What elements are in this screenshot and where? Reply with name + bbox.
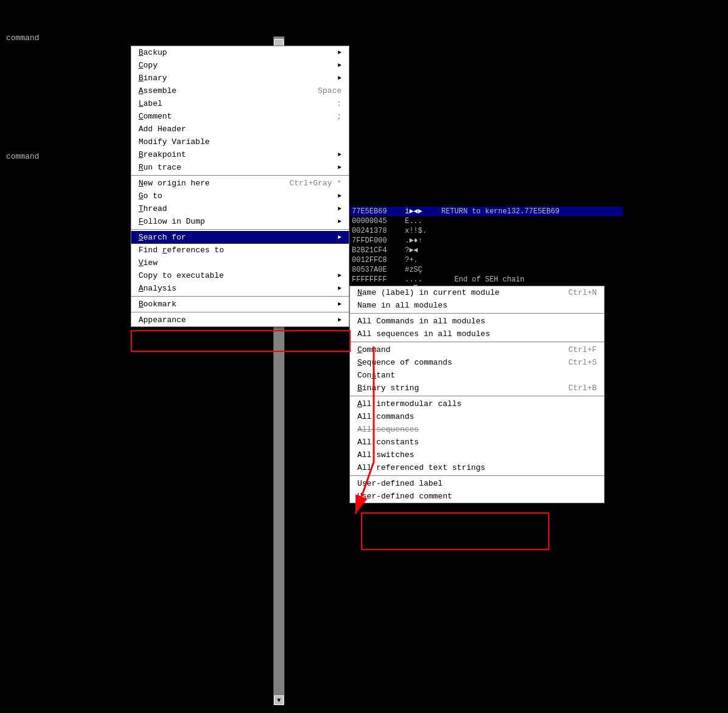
submenu-all-seqs-modules-label: All sequences in all modules xyxy=(357,329,490,339)
menu-item-add-header[interactable]: Add Header xyxy=(131,123,349,136)
menu-item-assemble[interactable]: Assemble Space xyxy=(131,84,349,97)
menu-item-new-origin-shortcut: Ctrl+Gray * xyxy=(289,179,342,188)
submenu-arrow-analysis: ► xyxy=(338,285,342,292)
stack-hex-7: .... xyxy=(400,275,437,284)
menu-item-analysis-label: Analysis xyxy=(139,284,338,293)
submenu-all-constants[interactable]: All constants xyxy=(350,436,604,449)
submenu-all-cmds-modules[interactable]: All Commands in all modules xyxy=(350,315,604,328)
submenu-name-current-shortcut: Ctrl+N xyxy=(568,288,597,297)
stack-row-2[interactable]: 00241378 x!!$. xyxy=(349,226,623,236)
submenu-seq-cmds[interactable]: Sequence of commands Ctrl+S xyxy=(350,356,604,369)
stack-row-4[interactable]: B2B21CF4 ?►◄ xyxy=(349,246,623,255)
stack-row-5[interactable]: 0012FFC8 ?+. xyxy=(349,255,623,265)
sub-sep-4 xyxy=(350,475,604,476)
stack-row-1[interactable]: 00000045 E... xyxy=(349,216,623,226)
submenu-name-all-label: Name in all modules xyxy=(357,301,447,310)
submenu-arrow-go-to: ► xyxy=(338,193,342,199)
submenu-constant[interactable]: Constant xyxy=(350,369,604,382)
submenu-all-intermodular[interactable]: All intermodular calls xyxy=(350,398,604,410)
stack-hex-3: .►♦↑ xyxy=(400,236,437,245)
menu-item-backup[interactable]: Backup ► xyxy=(131,46,349,59)
menu-item-modify-var[interactable]: Modify Variable xyxy=(131,136,349,148)
menu-item-label-label: Label xyxy=(139,99,325,108)
menu-item-binary[interactable]: Binary ► xyxy=(131,72,349,84)
submenu-name-current[interactable]: Name (label) in current module Ctrl+N xyxy=(350,286,604,299)
stack-hex-5: ?+. xyxy=(400,256,437,264)
sub-sep-2 xyxy=(350,342,604,342)
menu-item-appearance[interactable]: Appearance ► xyxy=(131,314,349,326)
submenu-command[interactable]: Command Ctrl+F xyxy=(350,343,604,356)
menu-item-binary-label: Binary xyxy=(139,74,338,83)
submenu-all-ref-text[interactable]: All referenced text strings xyxy=(350,461,604,474)
menu-item-run-trace[interactable]: Run trace ► xyxy=(131,161,349,174)
submenu-binary-string[interactable]: Binary string Ctrl+B xyxy=(350,382,604,394)
stack-addr-1: 00000045 xyxy=(352,217,400,226)
submenu-user-label[interactable]: User-defined label xyxy=(350,477,604,490)
menu-item-assemble-label: Assemble xyxy=(139,86,306,95)
stack-row-3[interactable]: 7FFDF000 .►♦↑ xyxy=(349,236,623,246)
submenu-arrow-breakpoint: ► xyxy=(338,151,342,158)
menu-item-thread[interactable]: Thread ► xyxy=(131,202,349,215)
separator-3 xyxy=(131,296,349,297)
submenu-all-commands-label: All commands xyxy=(357,412,414,421)
stack-row-0[interactable]: 77E5EB69 i►◄► RETURN to kernel32.77E5EB6… xyxy=(349,207,623,216)
submenu-arrow-bookmark: ► xyxy=(338,301,342,308)
submenu-all-cmds-modules-label: All Commands in all modules xyxy=(357,317,486,326)
stack-comment-0: RETURN to kernel32.77E5EB69 xyxy=(437,207,560,216)
stack-row-7[interactable]: FFFFFFFF .... End of SEH chain xyxy=(349,275,623,284)
stack-addr-4: B2B21CF4 xyxy=(352,246,400,255)
scrollbar-down-button[interactable]: ▼ xyxy=(274,695,284,705)
menu-item-thread-label: Thread xyxy=(139,204,338,213)
menu-item-label[interactable]: Label : xyxy=(131,97,349,110)
menu-item-new-origin[interactable]: New origin here Ctrl+Gray * xyxy=(131,177,349,190)
menu-item-find-refs[interactable]: Find references to xyxy=(131,244,349,257)
submenu-binary-string-label: Binary string xyxy=(357,384,419,393)
submenu-all-seqs-modules[interactable]: All sequences in all modules xyxy=(350,328,604,340)
submenu-arrow-follow: ► xyxy=(338,218,342,225)
menu-item-analysis[interactable]: Analysis ► xyxy=(131,282,349,295)
menu-item-comment[interactable]: Comment ; xyxy=(131,110,349,123)
submenu-all-intermodular-label: All intermodular calls xyxy=(357,399,462,408)
submenu-all-switches[interactable]: All switches xyxy=(350,449,604,461)
separator-4 xyxy=(131,312,349,312)
submenu-all-commands[interactable]: All commands xyxy=(350,410,604,423)
menu-item-go-to-label: Go to xyxy=(139,191,338,201)
stack-addr-0: 77E5EB69 xyxy=(352,207,400,216)
menu-item-copy-exec-label: Copy to executable xyxy=(139,271,338,280)
separator-1 xyxy=(131,175,349,176)
menu-item-search-label: Search for xyxy=(139,233,338,242)
stack-hex-6: #zSÇ xyxy=(400,266,437,274)
menu-item-backup-label: Backup xyxy=(139,48,338,57)
menu-item-breakpoint[interactable]: Breakpoint ► xyxy=(131,148,349,161)
menu-item-bookmark-label: Bookmark xyxy=(139,300,338,309)
menu-item-view[interactable]: View xyxy=(131,257,349,269)
submenu-arrow-thread: ► xyxy=(338,205,342,212)
menu-item-copy[interactable]: Copy ► xyxy=(131,59,349,72)
menu-item-bookmark[interactable]: Bookmark ► xyxy=(131,298,349,311)
submenu-constant-label: Constant xyxy=(357,371,395,380)
menu-item-search-for[interactable]: Search for ► xyxy=(131,231,349,244)
submenu-all-sequences[interactable]: All sequences xyxy=(350,423,604,436)
submenu-arrow-backup: ► xyxy=(338,49,342,56)
sub-sep-1 xyxy=(350,313,604,314)
menu-item-follow-in-dump[interactable]: Follow in Dump ► xyxy=(131,215,349,228)
stack-addr-5: 0012FFC8 xyxy=(352,256,400,264)
submenu-binary-string-shortcut: Ctrl+B xyxy=(568,384,597,393)
submenu-user-comment[interactable]: User-defined comment xyxy=(350,490,604,503)
submenu-seq-cmds-label: Sequence of commands xyxy=(357,358,452,367)
menu-item-go-to[interactable]: Go to ► xyxy=(131,190,349,202)
menu-item-copy-to-exec[interactable]: Copy to executable ► xyxy=(131,269,349,282)
menu-item-breakpoint-label: Breakpoint xyxy=(139,150,338,159)
submenu-arrow-search: ► xyxy=(338,234,342,241)
stack-addr-3: 7FFDF000 xyxy=(352,236,400,245)
submenu-seq-cmds-shortcut: Ctrl+S xyxy=(568,358,597,367)
stack-hex-2: x!!$. xyxy=(400,227,437,235)
stack-row-6[interactable]: 80537A0E #zSÇ xyxy=(349,265,623,275)
menu-item-view-label: View xyxy=(139,258,342,267)
menu-item-modify-var-label: Modify Variable xyxy=(139,137,342,146)
menu-item-label-shortcut: : xyxy=(337,99,342,108)
stack-hex-1: E... xyxy=(400,217,437,226)
menu-item-comment-label: Comment xyxy=(139,112,325,121)
submenu-name-all[interactable]: Name in all modules xyxy=(350,299,604,312)
search-for-submenu: Name (label) in current module Ctrl+N Na… xyxy=(349,286,605,503)
